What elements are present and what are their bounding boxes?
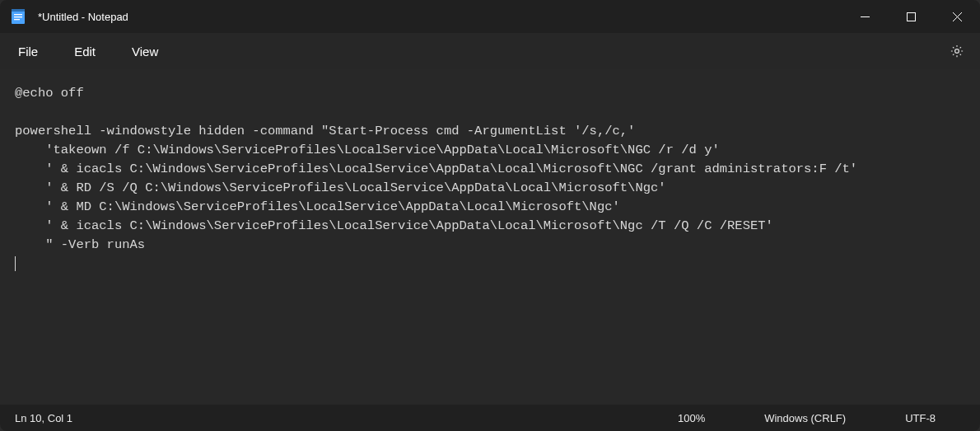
minimize-button[interactable]: [842, 0, 888, 33]
editor-content[interactable]: @echo off powershell -windowstyle hidden…: [15, 84, 965, 255]
close-button[interactable]: [934, 0, 980, 33]
menu-view[interactable]: View: [120, 38, 170, 65]
maximize-button[interactable]: [888, 0, 934, 33]
window-controls: [842, 0, 980, 33]
svg-rect-2: [14, 14, 22, 15]
window-title: *Untitled - Notepad: [38, 11, 128, 23]
settings-button[interactable]: [940, 35, 973, 68]
svg-point-9: [955, 49, 959, 54]
svg-rect-1: [12, 9, 25, 12]
text-caret: [15, 256, 16, 271]
svg-rect-4: [14, 19, 20, 20]
statusbar: Ln 10, Col 1 100% Windows (CRLF) UTF-8: [0, 405, 980, 431]
titlebar[interactable]: *Untitled - Notepad: [0, 0, 980, 33]
menubar: File Edit View: [0, 33, 980, 69]
svg-rect-3: [14, 16, 22, 17]
menu-edit[interactable]: Edit: [63, 38, 107, 65]
status-cursor-position: Ln 10, Col 1: [15, 412, 102, 424]
status-encoding[interactable]: UTF-8: [875, 412, 965, 424]
svg-rect-6: [907, 12, 915, 21]
menu-file[interactable]: File: [7, 38, 49, 65]
status-zoom[interactable]: 100%: [648, 412, 735, 424]
notepad-app-icon: [10, 8, 26, 25]
status-line-ending[interactable]: Windows (CRLF): [735, 412, 875, 424]
editor-area[interactable]: @echo off powershell -windowstyle hidden…: [0, 69, 980, 405]
